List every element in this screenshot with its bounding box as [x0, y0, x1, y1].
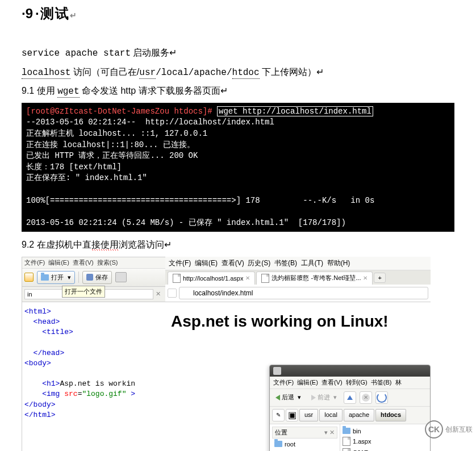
file-row: C01Tar — [343, 447, 428, 451]
intro-line-1: service apache start 启动服务↵ — [22, 45, 454, 61]
folder-icon — [41, 274, 49, 281]
fm-menubar[interactable]: 文件(F) 编辑(E) 查看(V) 转到(G) 书签(B) 林 — [270, 377, 430, 389]
text-editor-window: 文件(F) 编辑(E) 查看(V) 搜索(S) 打开 ▾ 保存 打开一个文件 ✕… — [22, 257, 165, 451]
save-icon — [86, 274, 93, 281]
close-file-icon[interactable]: ✕ — [153, 290, 163, 298]
reload-button[interactable] — [375, 391, 388, 404]
url-input[interactable] — [179, 287, 428, 299]
tab-1[interactable]: http://localhost/1.aspx✕ — [168, 272, 255, 285]
arrow-left-icon — [275, 395, 280, 400]
terminal-output: [root@GzItcast-DotNet-JamesZou htdocs]# … — [22, 103, 454, 232]
page-icon — [261, 274, 269, 283]
tooltip: 打开一个文件 — [62, 286, 105, 298]
intro-line-2: localhost 访问（可自己在/usr/local/apache/htdoc… — [22, 65, 454, 81]
section-heading: ·9·测试↵ — [22, 5, 454, 23]
fm-file-list[interactable]: bin 1.aspx C01Tar index.h — [340, 424, 430, 451]
refresh-icon — [377, 392, 387, 403]
page-heading: Asp.net is working on Linux! — [165, 302, 431, 341]
crumb-local[interactable]: local — [319, 409, 343, 421]
folder-icon — [343, 428, 350, 434]
file-row: bin — [343, 427, 428, 436]
tab-2[interactable]: 洗灼楣谿隳慦 -寄垮客.Net瑾堃...✕ — [256, 272, 373, 285]
watermark-logo-icon: CK — [425, 420, 443, 439]
browser-menubar[interactable]: 文件(F) 编辑(E) 查看(V) 历史(S) 书签(B) 工具(T) 帮助(H… — [165, 257, 431, 270]
file-icon — [343, 437, 350, 446]
path-edit-button[interactable]: ✎ — [272, 409, 285, 421]
file-icon — [343, 448, 350, 451]
close-tab-icon[interactable]: ✕ — [245, 275, 250, 281]
crumb-usr[interactable]: usr — [299, 409, 318, 421]
file-row: 1.aspx — [343, 436, 428, 447]
browser-tabs: http://localhost/1.aspx✕ 洗灼楣谿隳慦 -寄垮客.Net… — [165, 270, 431, 285]
fm-app-icon — [273, 367, 281, 375]
intro-line-3: 9.1 使用 wget 命令发送 http 请求下载服务器页面↵ — [22, 83, 454, 99]
up-button[interactable] — [344, 391, 356, 404]
fm-titlebar[interactable] — [270, 365, 430, 377]
path-root-button[interactable]: ▣ — [286, 409, 298, 421]
section-9-2: 9.2 在虚拟机中直接使用浏览器访问↵ — [22, 237, 454, 253]
identity-icon[interactable] — [168, 289, 177, 298]
print-icon[interactable] — [115, 272, 127, 282]
back-button[interactable]: 后退 ▾ — [272, 392, 304, 403]
page-icon — [173, 274, 181, 283]
new-file-icon[interactable] — [24, 273, 34, 282]
stop-button[interactable]: ✕ — [360, 391, 372, 404]
crumb-htdocs[interactable]: htdocs — [375, 409, 406, 421]
forward-button[interactable]: 前进 ▾ — [308, 392, 340, 403]
editor-menubar[interactable]: 文件(F) 编辑(E) 查看(V) 搜索(S) — [22, 257, 165, 269]
stop-icon: ✕ — [362, 394, 370, 402]
watermark: CK 创新互联 — [425, 420, 473, 439]
sidebar-item-desktop[interactable]: 桌面 — [272, 449, 337, 451]
save-button[interactable]: 保存 — [82, 271, 112, 284]
fm-sidebar: 位置▾ ✕ root 桌面 文件系统 网络 — [270, 424, 340, 451]
editor-toolbar: 打开 ▾ 保存 — [22, 269, 165, 287]
open-button[interactable]: 打开 ▾ — [37, 271, 75, 284]
file-manager-window: 文件(F) 编辑(E) 查看(V) 转到(G) 书签(B) 林 后退 ▾ 前进 … — [269, 365, 431, 451]
crumb-apache[interactable]: apache — [344, 409, 374, 421]
close-tab-icon[interactable]: ✕ — [363, 275, 368, 281]
code-area[interactable]: <html> <head> <title> </head> <body> <h1… — [22, 302, 165, 425]
arrow-up-icon — [347, 395, 353, 400]
sidebar-item-root[interactable]: root — [272, 440, 337, 449]
url-bar — [165, 285, 431, 302]
fm-navbar: 后退 ▾ 前进 ▾ ✕ — [270, 389, 430, 407]
new-tab-button[interactable]: + — [374, 273, 385, 283]
browser-window: 文件(F) 编辑(E) 查看(V) 历史(S) 书签(B) 工具(T) 帮助(H… — [165, 257, 431, 451]
arrow-right-icon — [311, 395, 316, 400]
folder-icon — [274, 441, 282, 447]
breadcrumb: ✎ ▣ usr local apache htdocs — [270, 407, 430, 424]
